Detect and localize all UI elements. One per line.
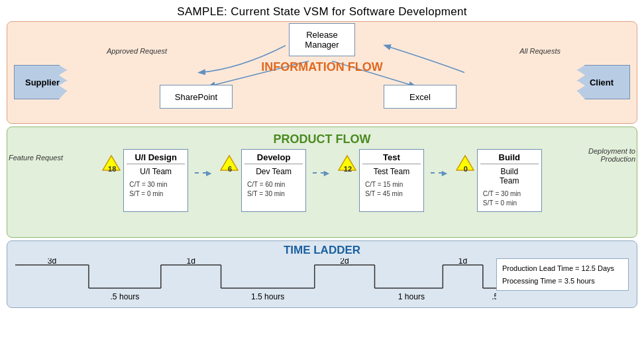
process-metrics-build: C/T = 30 min S/T = 0 min xyxy=(480,189,539,208)
svg-text:1 hours: 1 hours xyxy=(398,292,425,301)
process-metrics-develop: C/T = 60 min S/T = 30 min xyxy=(244,180,303,199)
process-title-build: Build xyxy=(480,152,539,164)
process-title-test: Test xyxy=(362,152,421,164)
process-metrics-ui-design: C/T = 30 min S/T = 0 min xyxy=(127,180,185,199)
product-flow-section: PRODUCT FLOW Feature Request Deployment … xyxy=(7,127,637,238)
arrow-1-2: ► xyxy=(195,168,213,178)
process-title-ui-design: U/I Design xyxy=(127,152,185,164)
release-manager-box: ReleaseManager xyxy=(289,23,355,56)
info-flow-section: Supplier ReleaseManager INFORMATION FLOW… xyxy=(7,21,637,124)
time-ladder-label: TIME LADDER xyxy=(15,244,629,257)
process-develop: 6 Develop Dev Team C/T = 60 min S/T = 30… xyxy=(213,149,313,212)
queue-build: 0 xyxy=(456,154,476,174)
svg-text:1d: 1d xyxy=(186,258,195,266)
legend-processing-time: Processing Time = 3.5 hours xyxy=(502,275,623,287)
time-ladder-diagram: 3d 1d 2d 1d 2d .5 hours 1.5 hours 1 hour… xyxy=(15,258,496,303)
process-box-develop: Develop Dev Team C/T = 60 min S/T = 30 m… xyxy=(241,149,306,212)
process-box-test: Test Test Team C/T = 15 min S/T = 45 min xyxy=(359,149,424,212)
time-ladder-section: TIME LADDER xyxy=(7,240,637,308)
arrow-3-4: ► xyxy=(431,168,449,178)
deployment-label: Deployment toProduction xyxy=(588,147,635,163)
feature-request-label: Feature Request xyxy=(9,154,63,162)
all-requests-label: All Requests xyxy=(519,47,561,55)
process-team-develop: Dev Team xyxy=(256,167,292,176)
time-legend-box: Production Lead Time = 12.5 Days Process… xyxy=(496,258,629,291)
client-shape: Client xyxy=(577,65,630,99)
process-box-build: Build BuildTeam C/T = 30 min S/T = 0 min xyxy=(477,149,542,212)
process-team-ui-design: U/I Team xyxy=(140,167,172,176)
sharepoint-box: SharePoint xyxy=(160,85,233,109)
queue-test: 12 xyxy=(338,154,358,174)
supplier-label: Supplier xyxy=(25,77,60,87)
page-title: SAMPLE: Current State VSM for Software D… xyxy=(0,0,644,21)
queue-develop: 6 xyxy=(220,154,240,174)
approved-request-label: Approved Request xyxy=(107,47,167,55)
process-team-test: Test Team xyxy=(374,167,409,176)
process-title-develop: Develop xyxy=(244,152,303,164)
excel-label: Excel xyxy=(409,92,431,102)
process-build: 0 Build BuildTeam C/T = 30 min S/T = 0 m… xyxy=(449,149,549,212)
arrow-2-3: ► xyxy=(313,168,331,178)
svg-text:.5 hours: .5 hours xyxy=(492,292,496,301)
supplier-shape: Supplier xyxy=(14,65,67,99)
queue-ui-design: 18 xyxy=(102,154,122,174)
process-box-ui-design: U/I Design U/I Team C/T = 30 min S/T = 0… xyxy=(123,149,188,212)
legend-lead-time: Production Lead Time = 12.5 Days xyxy=(502,262,623,275)
process-ui-design: 18 U/I Design U/I Team C/T = 30 min S/T … xyxy=(95,149,195,212)
svg-text:1d: 1d xyxy=(458,258,467,266)
client-label: Client xyxy=(590,77,614,87)
release-manager-label: ReleaseManager xyxy=(305,30,339,50)
info-flow-label: INFORMATION FLOW xyxy=(261,60,383,74)
sharepoint-label: SharePoint xyxy=(175,92,217,102)
process-team-build: BuildTeam xyxy=(500,167,519,185)
product-flow-label: PRODUCT FLOW xyxy=(15,132,629,146)
svg-text:3d: 3d xyxy=(48,258,56,266)
svg-text:2d: 2d xyxy=(340,258,349,266)
svg-text:.5 hours: .5 hours xyxy=(111,292,140,301)
excel-box: Excel xyxy=(384,85,456,109)
svg-text:1.5 hours: 1.5 hours xyxy=(251,292,284,301)
process-metrics-test: C/T = 15 min S/T = 45 min xyxy=(362,180,421,199)
process-test: 12 Test Test Team C/T = 15 min S/T = 45 … xyxy=(331,149,431,212)
